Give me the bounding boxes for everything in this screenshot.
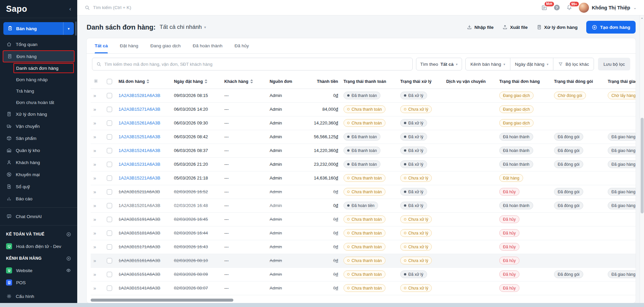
more-filters-button[interactable]: Bộ lọc khác: [553, 58, 594, 70]
status-badge: Chờ lấy hàng: [608, 92, 636, 99]
vertical-scrollbar-thumb[interactable]: [641, 118, 644, 213]
order-id-link[interactable]: 1A2A3B15271A6A3B: [119, 107, 160, 112]
tab-da-huy[interactable]: Đã hủy: [234, 38, 249, 53]
sidebar-subitem-tra-hang[interactable]: Trả hàng: [0, 85, 77, 97]
order-id-link[interactable]: 1A2A3B15221A6A3B: [119, 175, 160, 181]
row-checkbox[interactable]: [107, 189, 112, 195]
row-checkbox[interactable]: [107, 175, 112, 181]
row-checkbox[interactable]: [107, 231, 112, 236]
tab-dat-hang[interactable]: Đặt hàng: [120, 38, 138, 53]
search-by-dropdown[interactable]: Tìm theo Tất cả ▾: [416, 58, 462, 70]
import-file-button[interactable]: Nhập file: [467, 24, 494, 30]
whats-new-button[interactable]: Mới: [541, 4, 548, 11]
row-checkbox[interactable]: [107, 107, 112, 112]
sidebar-item-bao-cao[interactable]: Báo cáo: [0, 193, 77, 205]
row-checkbox[interactable]: [107, 244, 112, 250]
sidebar-item-van-chuyen[interactable]: Vận chuyển: [0, 120, 77, 132]
horizontal-scrollbar-thumb[interactable]: [91, 299, 233, 302]
order-search-box[interactable]: [92, 58, 413, 70]
expand-row-button[interactable]: »: [93, 271, 96, 277]
row-checkbox[interactable]: [107, 162, 112, 167]
select-all-checkbox[interactable]: [107, 79, 112, 84]
branch-selector[interactable]: Tất cả chi nhánh ▾: [159, 24, 206, 31]
order-date-filter-dropdown[interactable]: Ngày đặt hàng ▾: [510, 58, 553, 70]
tab-tat-ca[interactable]: Tất cả: [95, 38, 108, 53]
row-checkbox[interactable]: [107, 134, 112, 140]
row-checkbox[interactable]: [107, 203, 112, 208]
row-checkbox[interactable]: [107, 286, 112, 291]
sidebar-item-cau-hinh[interactable]: Cấu hình: [0, 290, 77, 302]
expand-row-button[interactable]: »: [93, 93, 96, 98]
expand-row-button[interactable]: »: [93, 120, 96, 126]
global-search[interactable]: [85, 5, 541, 10]
global-search-input[interactable]: [93, 5, 194, 10]
order-search-input[interactable]: [104, 62, 408, 67]
sidebar-subitem-danh-sach-don-hang[interactable]: Danh sách đơn hàng: [0, 62, 77, 74]
process-orders-button[interactable]: Xử lý đơn hàng: [537, 24, 578, 30]
sidebar-item-hoa-don-dien-tu[interactable]: Hoá đơn điện tử - Dev: [0, 240, 77, 252]
sidebar-item-xu-ly-don-hang[interactable]: Xử lý đơn hàng: [0, 108, 77, 120]
expand-row-button[interactable]: »: [93, 106, 96, 112]
channel-filter-dropdown[interactable]: Kênh bán hàng ▾: [466, 58, 510, 70]
expand-cell: »: [91, 281, 104, 295]
sidebar-item-quan-ly-kho[interactable]: Quản lý kho: [0, 144, 77, 156]
sidebar-item-khach-hang[interactable]: Khách hàng: [0, 156, 77, 168]
sidebar-collapse-button[interactable]: ‹: [69, 6, 71, 12]
sidebar: Sapo ‹ Bán hàng ▾ Tổng quan: [0, 0, 77, 307]
order-id-link[interactable]: 1A2A3B15281A6A3B: [119, 93, 160, 98]
expand-row-button[interactable]: »: [93, 285, 96, 291]
page-horizontal-scrollbar[interactable]: [0, 303, 644, 307]
sidebar-subitem-don-chua-hoan-tat[interactable]: Đơn chưa hoàn tất: [0, 97, 77, 108]
add-circle-icon[interactable]: [66, 256, 71, 261]
tab-dang-giao-dich[interactable]: Đang giao dịch: [150, 38, 181, 53]
notifications-button[interactable]: 99+: [566, 4, 572, 11]
sidebar-item-so-quy[interactable]: Sổ quỹ: [0, 181, 77, 193]
row-checkbox[interactable]: [107, 120, 112, 126]
expand-row-button[interactable]: »: [93, 203, 96, 208]
sidebar-item-website[interactable]: Website: [0, 264, 77, 276]
expand-row-button[interactable]: »: [93, 134, 96, 140]
eye-icon[interactable]: [66, 268, 71, 273]
add-circle-icon[interactable]: [66, 232, 71, 237]
tab-da-hoan-thanh[interactable]: Đã hoàn thành: [193, 38, 223, 53]
expand-row-button[interactable]: »: [93, 189, 96, 195]
sidebar-item-don-hang[interactable]: Đơn hàng: [3, 50, 75, 62]
order-id-link[interactable]: 1A2A3B15241A6A3B: [119, 148, 160, 153]
expand-row-button[interactable]: »: [93, 230, 96, 236]
scroll-up-arrow-icon[interactable]: ▲: [640, 15, 644, 19]
sidebar-item-khuyen-mai[interactable]: Khuyến mại: [0, 168, 77, 181]
export-file-button[interactable]: Xuất file: [502, 24, 528, 30]
column-customer[interactable]: Khách hàng: [222, 74, 267, 89]
user-menu[interactable]: Khổng Thị Thiệp ⌄: [579, 3, 637, 13]
order-id-link[interactable]: 1A2A3B15251A6A3B: [119, 134, 160, 139]
column-order-date[interactable]: Ngày đặt hàng: [171, 74, 222, 89]
column-order-id[interactable]: Mã đơn hàng: [116, 74, 171, 89]
sidebar-item-san-pham[interactable]: Sản phẩm: [0, 132, 77, 144]
sidebar-subitem-don-hang-nhap[interactable]: Đơn hàng nháp: [0, 74, 77, 85]
sidebar-scrollbar-thumb[interactable]: [75, 21, 77, 36]
order-id-link[interactable]: 1A2A3B15261A6A3B: [119, 120, 160, 125]
row-checkbox[interactable]: [107, 272, 112, 277]
sidebar-item-tong-quan[interactable]: Tổng quan: [0, 38, 77, 50]
sales-dropdown-caret[interactable]: ▾: [63, 22, 74, 35]
expand-row-button[interactable]: »: [93, 161, 96, 167]
sidebar-item-chat-omniai[interactable]: AI Chat OmniAI: [0, 210, 77, 222]
main-area: Mới ? 99+ Khổng Thị Thiệp ⌄ Danh sách đơ…: [77, 0, 644, 307]
sales-primary-button[interactable]: Bán hàng ▾: [3, 22, 74, 35]
create-order-button[interactable]: Tạo đơn hàng: [586, 21, 636, 34]
sidebar-item-pos[interactable]: POS: [0, 276, 77, 289]
expand-row-button[interactable]: »: [93, 244, 96, 250]
save-filter-button[interactable]: Lưu bộ lọc: [598, 58, 630, 70]
row-checkbox[interactable]: [107, 258, 112, 263]
row-checkbox[interactable]: [107, 93, 112, 98]
expand-row-button[interactable]: »: [93, 175, 96, 181]
expand-row-button[interactable]: »: [93, 216, 96, 222]
expand-row-button[interactable]: »: [93, 258, 96, 263]
help-button[interactable]: ?: [554, 5, 560, 10]
row-checkbox[interactable]: [107, 217, 112, 222]
row-checkbox[interactable]: [107, 148, 112, 153]
order-id-link[interactable]: 1A2A3B15231A6A3B: [119, 162, 160, 167]
page-vertical-scrollbar[interactable]: ▲: [640, 15, 644, 303]
expand-row-button[interactable]: »: [93, 148, 96, 153]
column-settings-header[interactable]: [91, 74, 104, 89]
